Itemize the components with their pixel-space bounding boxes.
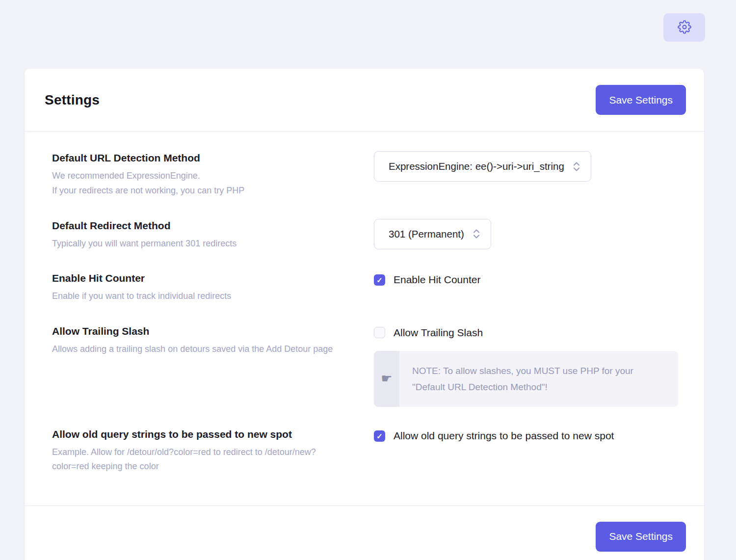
trailing-slash-checkbox[interactable] <box>374 327 385 338</box>
checkbox-label[interactable]: Allow Trailing Slash <box>394 327 483 339</box>
setting-description: Enable if you want to track individual r… <box>52 289 346 303</box>
setting-description: Allows adding a trailing slash on detour… <box>52 342 346 356</box>
note-icon-strip: ☛ <box>374 351 399 407</box>
url-detection-method-select[interactable]: ExpressionEngine: ee()->uri->uri_string <box>374 151 591 182</box>
chevron-updown-icon <box>473 228 480 240</box>
setting-label: Default Redirect Method <box>52 219 359 232</box>
settings-card: Settings Save Settings Default URL Detec… <box>25 69 704 560</box>
select-value: 301 (Permanent) <box>389 228 464 240</box>
card-footer: Save Settings <box>25 506 704 560</box>
setting-label: Allow Trailing Slash <box>52 324 359 338</box>
setting-description: We recommended ExpressionEngine. <box>52 169 346 183</box>
query-strings-checkbox[interactable]: ✓ <box>374 430 385 442</box>
hit-counter-checkbox[interactable]: ✓ <box>374 274 385 286</box>
save-settings-button-top[interactable]: Save Settings <box>596 85 686 115</box>
gear-icon <box>678 20 691 35</box>
setting-row-redirect-method: Default Redirect Method Typically you wi… <box>52 219 678 251</box>
setting-row-query-strings: Allow old query strings to be passed to … <box>52 427 678 474</box>
card-header: Settings Save Settings <box>25 69 704 132</box>
note-callout: ☛ NOTE: To allow slashes, you MUST use P… <box>374 351 678 407</box>
setting-row-hit-counter: Enable Hit Counter Enable if you want to… <box>52 271 678 303</box>
checkbox-label[interactable]: Allow old query strings to be passed to … <box>394 430 614 442</box>
settings-form: Default URL Detection Method We recommen… <box>25 132 704 506</box>
redirect-method-select[interactable]: 301 (Permanent) <box>374 219 491 249</box>
setting-label: Allow old query strings to be passed to … <box>52 427 359 441</box>
chevron-updown-icon <box>573 161 580 172</box>
setting-description: Example. Allow for /detour/old?color=red… <box>52 445 346 474</box>
pointing-hand-icon: ☛ <box>381 371 392 386</box>
setting-description: If your redirects are not working, you c… <box>52 184 346 198</box>
select-value: ExpressionEngine: ee()->uri->uri_string <box>389 160 564 172</box>
setting-row-url-detection: Default URL Detection Method We recommen… <box>52 151 678 198</box>
save-settings-button-bottom[interactable]: Save Settings <box>596 522 686 552</box>
setting-row-trailing-slash: Allow Trailing Slash Allows adding a tra… <box>52 324 678 407</box>
checkbox-label[interactable]: Enable Hit Counter <box>394 274 480 286</box>
note-text: NOTE: To allow slashes, you MUST use PHP… <box>399 351 678 407</box>
page-title: Settings <box>45 92 100 108</box>
check-icon: ✓ <box>376 276 383 284</box>
setting-label: Default URL Detection Method <box>52 151 359 164</box>
check-icon: ✓ <box>376 432 383 440</box>
settings-gear-button[interactable] <box>663 13 705 42</box>
setting-label: Enable Hit Counter <box>52 271 359 285</box>
setting-description: Typically you will want permanent 301 re… <box>52 237 346 251</box>
